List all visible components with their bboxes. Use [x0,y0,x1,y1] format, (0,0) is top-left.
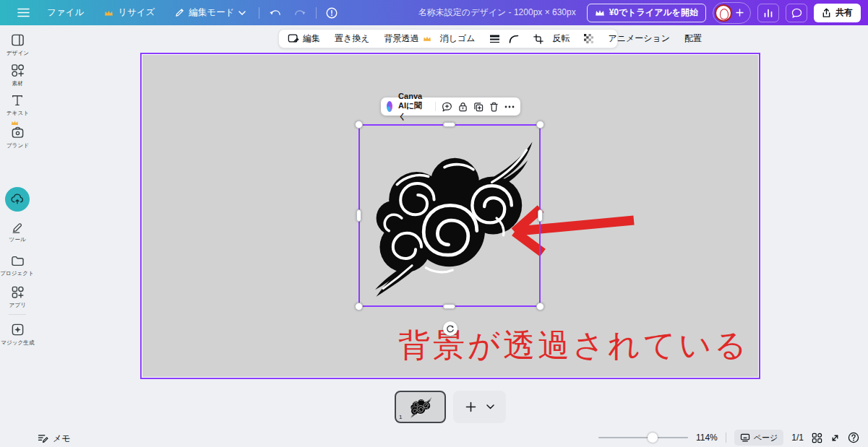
pencil-icon [175,8,184,17]
resize-handle-s[interactable] [443,304,455,309]
duplicate-button[interactable] [473,102,484,112]
crown-icon [104,9,113,17]
notes-icon [38,434,48,443]
fullscreen-button[interactable] [830,433,840,443]
animation-button[interactable]: アニメーション [606,32,671,45]
folder-icon [11,255,25,267]
rotate-icon [446,324,455,333]
info-circle-icon [326,7,338,19]
crop-button[interactable] [532,34,545,44]
sidebar-item-text[interactable]: テキスト [0,94,35,117]
resize-handle-ne[interactable] [536,121,544,129]
sidebar-item-projects[interactable]: プロジェクト [0,255,35,277]
corner-rounding-button[interactable] [507,35,520,43]
account-menu[interactable] [713,2,751,24]
page-thumbnail-1[interactable]: 1 [395,391,446,423]
lock-button[interactable] [458,102,468,112]
sidebar-item-uploads-active[interactable] [5,187,30,212]
resize-handle-w[interactable] [356,209,361,222]
lock-icon [458,102,468,112]
uploads-cloud-icon [10,192,25,207]
divider [9,314,26,315]
plus-icon [465,402,476,412]
rotate-handle[interactable] [443,321,457,336]
divider [259,7,259,19]
sidebar-item-apps[interactable]: アプリ [0,285,35,309]
more-options-button[interactable] [504,105,515,108]
elements-icon [11,64,25,77]
chevron-down-icon [239,11,246,15]
help-button[interactable] [848,432,859,443]
sidebar-item-magic-generate[interactable]: マジック生成 [0,323,35,347]
element-quick-bar: Canva AIに聞く [381,97,520,116]
resize-handle-nw[interactable] [355,121,363,129]
help-icon [848,432,859,443]
resize-handle-e[interactable] [538,209,543,222]
apps-grid-icon [11,285,25,299]
issues-button[interactable] [319,0,344,25]
crop-icon [533,34,543,44]
divider [726,433,726,443]
ask-canva-ai-button[interactable]: Canva AIに聞く [398,92,429,122]
zoom-slider[interactable] [598,433,688,443]
edit-image-icon [288,33,299,44]
sidebar-item-tools[interactable]: ツール [0,220,35,243]
tools-pen-icon [11,220,24,233]
crown-icon [423,35,431,42]
undo-icon [269,8,281,18]
ellipsis-icon [504,105,515,108]
trash-icon [489,102,499,112]
trial-button[interactable]: ¥0でトライアルを開始 [587,4,706,22]
transparency-button[interactable] [583,34,595,43]
pro-crown-icon [11,120,19,126]
add-comment-button[interactable] [442,102,452,112]
resize-handle-se[interactable] [536,303,544,311]
border-weight-button[interactable] [488,35,502,43]
eraser-button[interactable]: 消しゴム [439,32,477,45]
sidebar-rail: デザイン 素材 テキスト ブランド ツール プロジェクト [0,25,35,447]
main-menu-button[interactable] [10,0,37,25]
file-menu-button[interactable]: ファイル [37,0,94,25]
zoom-slider-thumb[interactable] [648,433,658,443]
top-header-bar: ファイル リサイズ 編集モード 名称未設定のデザイン - 1 [0,0,868,25]
thumbnail-cloud-preview [408,396,434,419]
delete-button[interactable] [489,102,499,112]
resize-handle-n[interactable] [443,122,455,127]
page-view-toggle[interactable]: ページ [734,430,784,446]
selection-box[interactable] [358,124,541,307]
grid-view-button[interactable] [812,433,822,443]
edit-mode-button[interactable]: 編集モード [165,0,256,25]
brand-kit-icon [11,126,25,139]
magic-sparkle-icon [11,323,25,337]
comment-plus-icon [442,102,452,112]
sidebar-item-elements[interactable]: 素材 [0,64,35,87]
chevron-down-icon [486,404,494,409]
sidebar-item-brand[interactable]: ブランド [0,126,35,149]
insights-button[interactable] [757,4,779,22]
canva-editor: ファイル リサイズ 編集モード 名称未設定のデザイン - 1 [0,0,868,447]
resize-handle-sw[interactable] [355,303,363,311]
plus-icon [736,9,744,17]
share-button[interactable]: 共有 [814,4,861,22]
resize-button[interactable]: リサイズ [94,0,165,25]
position-button[interactable]: 配置 [683,32,703,45]
grid-view-icon [812,433,822,443]
replace-button[interactable]: 置き換え [333,32,371,45]
sidebar-item-design[interactable]: デザイン [0,33,35,57]
flip-button[interactable]: 反転 [551,32,571,45]
zoom-slider-track [598,437,688,438]
canva-ai-logo-icon [387,101,392,112]
comments-button[interactable] [786,4,807,22]
edit-image-button[interactable]: 編集 [286,32,322,45]
avatar [715,4,732,22]
redo-button[interactable] [288,0,313,25]
undo-button[interactable] [262,0,288,25]
bg-remove-button[interactable]: 背景透過 [383,32,433,45]
zoom-level[interactable]: 114% [696,433,718,443]
notes-button[interactable]: メモ [38,433,71,445]
bar-chart-icon [763,8,773,18]
document-title[interactable]: 名称未設定のデザイン - 1200px × 630px [418,6,576,19]
lines-weight-icon [489,35,500,43]
add-page-button[interactable] [453,391,506,423]
divider [316,7,317,19]
